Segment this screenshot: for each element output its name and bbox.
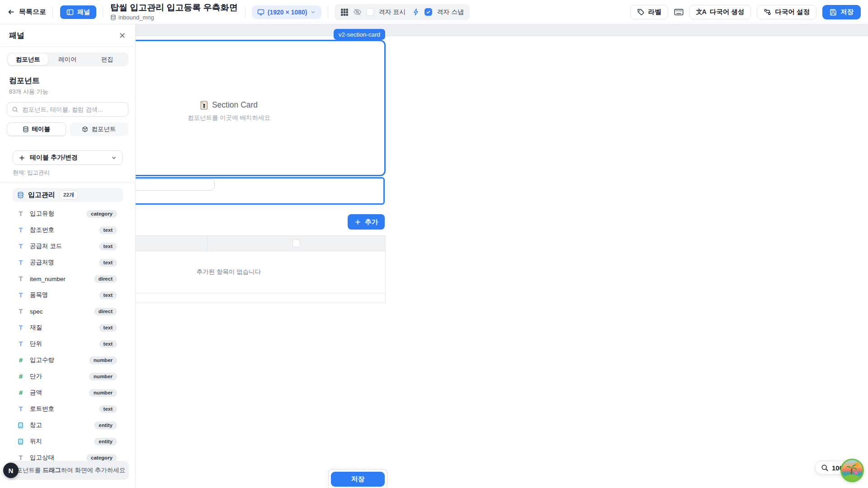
canvas-save-button[interactable]: 저장 bbox=[331, 472, 385, 487]
database-icon bbox=[110, 14, 116, 20]
lightning-icon bbox=[412, 8, 420, 16]
screen-title-block: 탑씰 입고관리 입고등록 우측화면 inbound_mng bbox=[110, 3, 238, 21]
component-field-item[interactable]: Tspecdirect bbox=[0, 303, 135, 319]
grid-icon bbox=[340, 8, 349, 16]
viewport-size-selector[interactable]: (868 × 488) bbox=[252, 5, 322, 19]
field-type-badge: text bbox=[99, 291, 117, 299]
component-field-item[interactable]: T단위text bbox=[0, 336, 135, 352]
field-type-badge: text bbox=[99, 405, 117, 413]
panel-tabs: 컴포넌트 레이어 편집 bbox=[7, 52, 128, 66]
close-icon[interactable] bbox=[118, 32, 126, 39]
field-type-badge: number bbox=[89, 389, 117, 397]
component-field-item[interactable]: 위치entity bbox=[0, 433, 135, 450]
plus-icon bbox=[19, 155, 25, 161]
island-sticker-icon[interactable] bbox=[840, 459, 864, 482]
i18n-generate-button[interactable]: 文A 다국어 생성 bbox=[689, 5, 751, 19]
grid-snap-label: 격자 스냅 bbox=[437, 8, 464, 16]
component-field-item[interactable]: 창고entity bbox=[0, 417, 135, 433]
field-label: 품목명 bbox=[30, 291, 48, 299]
component-field-item[interactable]: #금액number bbox=[0, 385, 135, 401]
grid-snap-checkbox[interactable] bbox=[425, 8, 432, 16]
field-type-badge: direct bbox=[94, 308, 117, 315]
entity-field-icon bbox=[17, 422, 24, 429]
divider bbox=[52, 6, 53, 18]
selection-tag: v2-section-card bbox=[334, 29, 385, 40]
component-field-item[interactable]: #입고수량number bbox=[0, 352, 135, 368]
mode-table-button[interactable]: 테이블 bbox=[7, 122, 66, 136]
number-field-icon: # bbox=[17, 389, 24, 396]
keyboard-icon bbox=[674, 7, 684, 17]
table-select-all-checkbox[interactable] bbox=[292, 239, 300, 247]
number-field-icon: # bbox=[17, 357, 24, 364]
grid-show-label: 격자 표시 bbox=[378, 8, 406, 16]
database-icon bbox=[23, 126, 29, 132]
text-field-icon: T bbox=[17, 210, 24, 217]
field-label: 재질 bbox=[30, 324, 42, 332]
text-field-icon: T bbox=[17, 340, 24, 347]
text-field-icon: T bbox=[17, 243, 24, 250]
text-field-icon: T bbox=[17, 259, 24, 266]
divider bbox=[0, 182, 135, 183]
field-label: 단가 bbox=[30, 372, 42, 380]
header-actions: 라벨 文A 다국어 생성 다국어 설정 저장 bbox=[630, 5, 861, 19]
search-input[interactable] bbox=[22, 106, 123, 113]
grid-show-checkbox[interactable] bbox=[366, 8, 374, 16]
divider bbox=[328, 6, 328, 18]
arrow-left-icon bbox=[7, 8, 15, 16]
field-type-badge: text bbox=[99, 324, 117, 332]
field-type-badge: category bbox=[86, 210, 117, 218]
component-field-item[interactable]: T입고유형category bbox=[0, 206, 135, 222]
field-label: 금액 bbox=[30, 389, 42, 397]
drag-tip: 컴포넌트를 드래그하여 화면에 추가하세요 bbox=[7, 461, 129, 480]
save-button[interactable]: 저장 bbox=[822, 5, 861, 19]
i18n-settings-button[interactable]: 다국어 설정 bbox=[757, 5, 816, 19]
number-field-icon: # bbox=[17, 373, 24, 380]
tab-layers[interactable]: 레이어 bbox=[48, 54, 88, 65]
component-field-item[interactable]: Titem_numberdirect bbox=[0, 271, 135, 287]
component-field-item[interactable]: T로트번호text bbox=[0, 401, 135, 417]
playing-card-icon bbox=[200, 101, 208, 110]
monitor-icon bbox=[257, 9, 264, 16]
text-field-icon: T bbox=[17, 308, 24, 315]
component-field-item[interactable]: #단가number bbox=[0, 368, 135, 385]
text-field-icon: T bbox=[17, 291, 24, 299]
entity-field-icon bbox=[17, 438, 24, 445]
eye-off-icon bbox=[353, 8, 362, 16]
panel-left-icon bbox=[66, 9, 74, 16]
field-type-badge: number bbox=[89, 357, 117, 364]
component-field-item[interactable]: T참조번호text bbox=[0, 222, 135, 238]
table-group-row[interactable]: 입고관리 22개 bbox=[13, 188, 123, 202]
plus-icon bbox=[354, 219, 361, 225]
add-change-table-button[interactable]: 테이블 추가/변경 bbox=[13, 150, 123, 165]
back-to-list-button[interactable]: 목록으로 bbox=[7, 8, 46, 16]
tab-edit[interactable]: 편집 bbox=[87, 54, 127, 65]
divider bbox=[103, 6, 103, 18]
field-label: 공급처명 bbox=[30, 258, 54, 267]
mode-component-button[interactable]: 컴포넌트 bbox=[70, 122, 129, 136]
keyboard-shortcuts-button[interactable] bbox=[674, 7, 684, 17]
table-group-name: 입고관리 bbox=[28, 191, 55, 199]
component-field-item[interactable]: T재질text bbox=[0, 319, 135, 336]
component-field-item[interactable]: T공급처 코드text bbox=[0, 238, 135, 254]
add-row-button[interactable]: 추가 bbox=[348, 214, 385, 230]
field-type-badge: entity bbox=[94, 438, 117, 446]
tag-icon bbox=[637, 8, 645, 16]
field-label: 창고 bbox=[30, 421, 42, 429]
top-toolbar: 목록으로 패널 탑씰 입고관리 입고등록 우측화면 inbound_mng (1… bbox=[0, 0, 868, 24]
section-card-hint: 컴포넌트를 이곳에 배치하세요 bbox=[188, 114, 270, 122]
field-label: 입고유형 bbox=[30, 210, 54, 218]
label-button[interactable]: 라벨 bbox=[630, 5, 668, 19]
field-label: 입고수량 bbox=[30, 356, 54, 364]
panel-title: 패널 bbox=[9, 30, 24, 41]
floating-avatar-badge[interactable]: N bbox=[3, 463, 19, 478]
field-count-badge: 22개 bbox=[59, 190, 78, 200]
text-field-icon: T bbox=[17, 405, 24, 413]
grid-options-group: 격자 표시 격자 스냅 bbox=[335, 4, 470, 20]
component-field-list: T입고유형categoryT참조번호textT공급처 코드textT공급처명te… bbox=[0, 206, 135, 466]
tab-components[interactable]: 컴포넌트 bbox=[8, 54, 48, 65]
component-field-item[interactable]: T공급처명text bbox=[0, 254, 135, 271]
check-icon bbox=[426, 9, 431, 14]
panel-toggle-button[interactable]: 패널 bbox=[60, 5, 96, 19]
divider bbox=[245, 6, 245, 18]
component-field-item[interactable]: T품목명text bbox=[0, 287, 135, 303]
